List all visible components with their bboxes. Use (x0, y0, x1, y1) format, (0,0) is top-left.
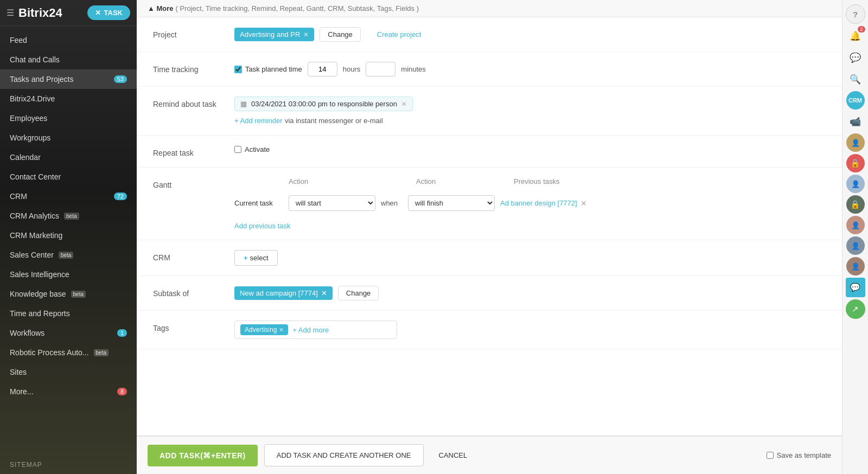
sidebar-item-employees[interactable]: Employees (0, 108, 137, 128)
beta-badge: beta (94, 349, 108, 356)
chat-icon[interactable]: 💬 (846, 48, 865, 67)
cancel-button[interactable]: CANCEL (430, 445, 476, 466)
hours-unit: hours (343, 65, 361, 73)
remind-chip-remove[interactable]: ✕ (401, 100, 407, 108)
sidebar-item-label: Sites (10, 368, 27, 376)
sidebar-item-time-reports[interactable]: Time and Reports (0, 304, 137, 323)
activate-checkbox[interactable] (234, 146, 241, 153)
user-avatar-5[interactable]: 👤 (846, 257, 865, 276)
lock-icon-2[interactable]: 🔒 (846, 195, 865, 214)
crm-badge: 72 (114, 193, 127, 200)
crm-row: CRM + select (137, 240, 842, 276)
sidebar-item-robotic-process[interactable]: Robotic Process Auto... beta (0, 343, 137, 362)
more-chevron[interactable]: ▲ More (148, 4, 174, 12)
sidebar-item-label: Workflows (10, 329, 44, 337)
user-avatar-2[interactable]: 👤 (846, 175, 865, 193)
remind-content: ▦ 03/24/2021 03:00:00 pm to responsible … (234, 97, 826, 125)
add-task-button[interactable]: ADD TASK(⌘+ENTER) (148, 445, 258, 466)
sidebar-item-label: Sales Intelligence (10, 270, 69, 279)
sidebar-item-sites[interactable]: Sites (0, 362, 137, 382)
sidebar-item-sales-intelligence[interactable]: Sales Intelligence (0, 265, 137, 284)
sitemap-label: SITEMAP (10, 461, 42, 469)
add-more-tags-link[interactable]: + Add more (292, 326, 329, 334)
sidebar-item-workgroups[interactable]: Workgroups (0, 128, 137, 148)
task-planned-time-label: Task planned time (245, 65, 302, 73)
project-change-button[interactable]: Change (320, 27, 361, 42)
gantt-task-remove[interactable]: ✕ (580, 199, 587, 208)
sidebar-item-label: Sales Center (10, 251, 54, 259)
share-icon[interactable]: ↗ (846, 299, 865, 319)
task-btn-label: TASK (104, 9, 123, 17)
search-icon[interactable]: 🔍 (846, 69, 865, 89)
gantt-row: Gantt Action Action Previous tasks Curre… (137, 168, 842, 240)
save-template-checkbox[interactable] (767, 452, 774, 459)
add-task-another-button[interactable]: ADD TASK AND CREATE ANOTHER ONE (264, 444, 424, 466)
sidebar-item-label: CRM Analytics (10, 212, 59, 220)
add-reminder-link[interactable]: + Add reminder (234, 117, 283, 125)
sitemap-footer[interactable]: SITEMAP (0, 456, 137, 474)
sidebar-item-crm-analytics[interactable]: CRM Analytics beta (0, 206, 137, 226)
save-template-label: Save as template (777, 451, 831, 459)
help-icon[interactable]: ? (846, 4, 865, 24)
subtask-chip: New ad campaign [7774] ✕ (234, 286, 333, 300)
sidebar-item-bitrix24-drive[interactable]: Bitrix24.Drive (0, 89, 137, 108)
add-previous-task-link[interactable]: Add previous task (234, 222, 290, 230)
sidebar-item-contact-center[interactable]: Contact Center (0, 167, 137, 187)
hamburger-icon[interactable]: ☰ (7, 8, 14, 18)
sidebar-item-label: Calendar (10, 153, 41, 162)
time-tracking-row: Time tracking Task planned time 14 hours… (137, 52, 842, 87)
sidebar-item-label: Contact Center (10, 172, 61, 181)
project-chip-remove[interactable]: ✕ (303, 31, 309, 39)
tasks-badge: 53 (114, 75, 127, 83)
sidebar-item-crm[interactable]: CRM 72 (0, 187, 137, 206)
repeat-label: Repeat task (153, 145, 224, 157)
sidebar-item-crm-marketing[interactable]: CRM Marketing (0, 226, 137, 245)
notification-badge: 2 (858, 26, 865, 33)
user-avatar-3[interactable]: 👤 (846, 216, 865, 234)
sidebar-item-feed[interactable]: Feed (0, 30, 137, 50)
activate-checkbox-wrap: Activate (234, 145, 270, 153)
video-icon[interactable]: 📹 (846, 112, 865, 131)
sidebar-item-more[interactable]: More... 8 (0, 382, 137, 401)
sidebar-item-label: Time and Reports (10, 309, 70, 318)
minutes-input[interactable] (366, 62, 395, 76)
subtask-chip-remove[interactable]: ✕ (321, 289, 327, 297)
project-chip: Advertising and PR ✕ (234, 28, 314, 41)
hours-input[interactable]: 14 (308, 62, 337, 76)
task-planned-time-checkbox[interactable] (234, 66, 242, 73)
task-button[interactable]: ✕ TASK (87, 5, 130, 20)
chat-bubble-icon[interactable]: 💬 (846, 278, 865, 297)
subtask-chip-text: New ad campaign [7774] (240, 289, 318, 297)
subtask-change-button[interactable]: Change (338, 286, 379, 300)
sidebar-item-chat-calls[interactable]: Chat and Calls (0, 50, 137, 69)
sidebar-item-label: More... (10, 387, 34, 396)
will-start-select[interactable]: will start will finish (289, 195, 375, 211)
beta-badge: beta (59, 252, 73, 259)
subtask-label: Subtask of (153, 286, 224, 298)
sidebar-item-tasks-projects[interactable]: Tasks and Projects 53 (0, 69, 137, 89)
beta-badge: beta (71, 291, 86, 298)
sidebar-item-workflows[interactable]: Workflows 1 (0, 323, 137, 343)
prev-task-link[interactable]: Ad banner design [7772] (500, 199, 577, 207)
crm-select-button[interactable]: + select (234, 250, 278, 266)
user-avatar-4[interactable]: 👤 (846, 236, 865, 255)
more-bar: ▲ More ( Project, Time tracking, Remind,… (137, 0, 842, 17)
create-project-link[interactable]: Create project (377, 30, 422, 39)
project-chip-text: Advertising and PR (240, 30, 300, 39)
sidebar-item-label: Tasks and Projects (10, 75, 74, 84)
will-finish-select[interactable]: will start will finish (408, 195, 495, 211)
sidebar-item-label: CRM Marketing (10, 231, 62, 240)
user-avatar-1[interactable]: 👤 (846, 133, 865, 152)
sidebar-item-calendar[interactable]: Calendar (0, 148, 137, 167)
project-content: Advertising and PR ✕ Change Create proje… (234, 27, 826, 42)
tags-row: Tags Advertising ✕ + Add more (137, 311, 842, 349)
tag-remove-icon[interactable]: ✕ (279, 326, 284, 334)
sidebar-item-sales-center[interactable]: Sales Center beta (0, 245, 137, 265)
crm-content: + select (234, 250, 826, 266)
lock-icon-1[interactable]: 🔒 (846, 154, 865, 172)
gantt-label: Gantt (153, 177, 224, 189)
sidebar-nav: Feed Chat and Calls Tasks and Projects 5… (0, 26, 137, 456)
remind-chip-icon: ▦ (240, 100, 247, 108)
sidebar-item-knowledge-base[interactable]: Knowledge base beta (0, 284, 137, 304)
crm-avatar-icon[interactable]: CRM (846, 91, 865, 110)
